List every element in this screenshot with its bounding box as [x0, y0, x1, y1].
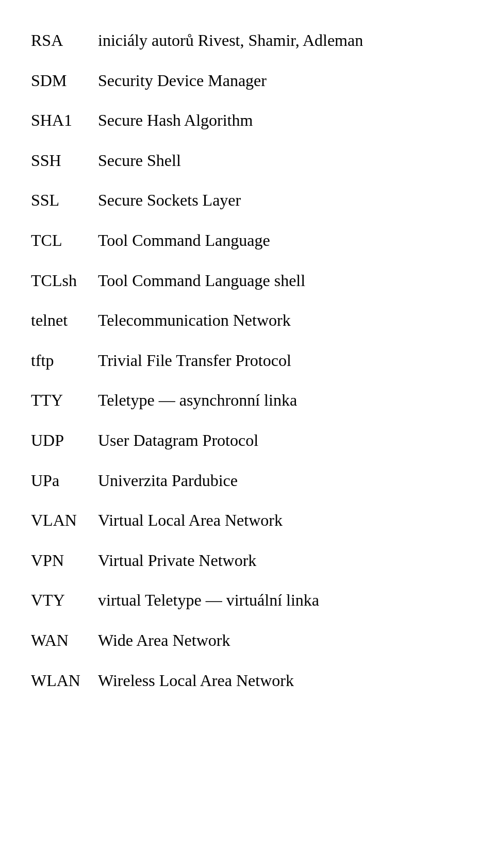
abbreviation: VPN — [31, 541, 98, 581]
glossary-row: SSLSecure Sockets Layer — [31, 180, 464, 221]
abbreviation: SSH — [31, 141, 98, 181]
glossary-row: SHA1Secure Hash Algorithm — [31, 101, 464, 141]
glossary-row: WLANWireless Local Area Network — [31, 661, 464, 701]
glossary-row: UDPUser Datagram Protocol — [31, 421, 464, 461]
glossary-row: TCLshTool Command Language shell — [31, 261, 464, 301]
definition: virtual Teletype — virtuální linka — [98, 580, 464, 621]
definition: iniciály autorů Rivest, Shamir, Adleman — [98, 21, 464, 61]
abbreviation: VTY — [31, 580, 98, 621]
abbreviation: telnet — [31, 301, 98, 341]
abbreviation: SHA1 — [31, 101, 98, 141]
definition: Wide Area Network — [98, 621, 464, 661]
glossary-row: TTYTeletype — asynchronní linka — [31, 380, 464, 421]
glossary-row: VPNVirtual Private Network — [31, 541, 464, 581]
abbreviation: RSA — [31, 21, 98, 61]
abbreviation: tftp — [31, 341, 98, 381]
definition: Tool Command Language shell — [98, 261, 464, 301]
abbreviation: WAN — [31, 621, 98, 661]
definition: Wireless Local Area Network — [98, 661, 464, 701]
glossary-row: UPaUniverzita Pardubice — [31, 461, 464, 501]
glossary-row: RSAiniciály autorů Rivest, Shamir, Adlem… — [31, 21, 464, 61]
glossary-row: TCLTool Command Language — [31, 221, 464, 261]
glossary-row: WANWide Area Network — [31, 621, 464, 661]
definition: Virtual Local Area Network — [98, 500, 464, 541]
definition: Teletype — asynchronní linka — [98, 380, 464, 421]
glossary-table: RSAiniciály autorů Rivest, Shamir, Adlem… — [31, 21, 464, 700]
glossary-row: tftpTrivial File Transfer Protocol — [31, 341, 464, 381]
abbreviation: UPa — [31, 461, 98, 501]
definition: Secure Sockets Layer — [98, 180, 464, 221]
definition: Security Device Manager — [98, 61, 464, 101]
definition: User Datagram Protocol — [98, 421, 464, 461]
abbreviation: UDP — [31, 421, 98, 461]
abbreviation: SSL — [31, 180, 98, 221]
definition: Secure Shell — [98, 141, 464, 181]
definition: Telecommunication Network — [98, 301, 464, 341]
abbreviation: VLAN — [31, 500, 98, 541]
glossary-row: telnetTelecommunication Network — [31, 301, 464, 341]
definition: Trivial File Transfer Protocol — [98, 341, 464, 381]
glossary-row: SDMSecurity Device Manager — [31, 61, 464, 101]
definition: Virtual Private Network — [98, 541, 464, 581]
glossary-row: SSHSecure Shell — [31, 141, 464, 181]
glossary-row: VTYvirtual Teletype — virtuální linka — [31, 580, 464, 621]
definition: Secure Hash Algorithm — [98, 101, 464, 141]
definition: Tool Command Language — [98, 221, 464, 261]
abbreviation: TCL — [31, 221, 98, 261]
definition: Univerzita Pardubice — [98, 461, 464, 501]
abbreviation: SDM — [31, 61, 98, 101]
abbreviation: TTY — [31, 380, 98, 421]
glossary-row: VLANVirtual Local Area Network — [31, 500, 464, 541]
abbreviation: TCLsh — [31, 261, 98, 301]
abbreviation: WLAN — [31, 661, 98, 701]
